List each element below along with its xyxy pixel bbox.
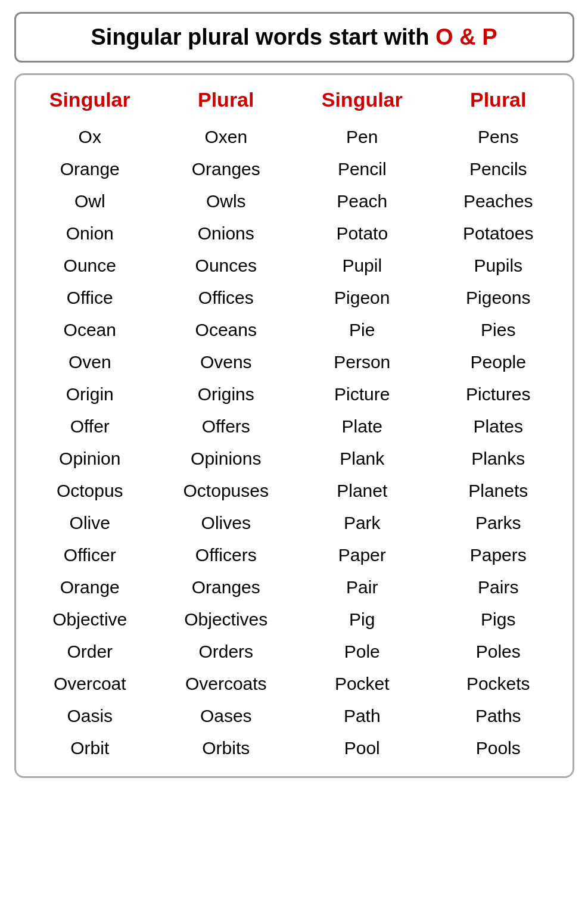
table-cell: Pigeons: [430, 282, 567, 314]
table-cell: Opinion: [22, 443, 158, 475]
table-cell: Octopuses: [158, 475, 294, 507]
table-cell: Olive: [22, 507, 158, 539]
table-row: OasisOasesPathPaths: [22, 700, 567, 732]
table-cell: Plate: [294, 410, 431, 443]
table-cell: Origin: [22, 378, 158, 410]
table-cell: Pairs: [430, 571, 567, 603]
table-cell: Pictures: [430, 378, 567, 410]
table-cell: Owls: [158, 185, 294, 217]
table-cell: Offices: [158, 282, 294, 314]
table-cell: Pigs: [430, 603, 567, 636]
table-cell: Orbit: [22, 732, 158, 764]
table-cell: Olives: [158, 507, 294, 539]
table-cell: Paths: [430, 700, 567, 732]
table-cell: Paper: [294, 539, 431, 571]
table-row: OctopusOctopusesPlanetPlanets: [22, 475, 567, 507]
table-row: OvercoatOvercoatsPocketPockets: [22, 668, 567, 700]
table-cell: Oranges: [158, 153, 294, 185]
table-cell: Pupil: [294, 250, 431, 282]
table-cell: Orange: [22, 571, 158, 603]
header-plural-2: Plural: [430, 81, 567, 121]
table-cell: Pupils: [430, 250, 567, 282]
table-row: OfferOffersPlatePlates: [22, 410, 567, 443]
header-singular-2: Singular: [294, 81, 431, 121]
table-cell: Pencils: [430, 153, 567, 185]
header-plural-1: Plural: [158, 81, 294, 121]
table-cell: Oasis: [22, 700, 158, 732]
table-row: OceanOceansPiePies: [22, 314, 567, 346]
table-cell: Oranges: [158, 571, 294, 603]
table-cell: Owl: [22, 185, 158, 217]
table-row: OrderOrdersPolePoles: [22, 636, 567, 668]
table-cell: People: [430, 346, 567, 378]
table-cell: Pen: [294, 121, 431, 153]
table-row: OpinionOpinionsPlankPlanks: [22, 443, 567, 475]
word-table: Singular Plural Singular Plural OxOxenPe…: [22, 81, 567, 764]
table-row: OliveOlivesParkParks: [22, 507, 567, 539]
table-cell: Person: [294, 346, 431, 378]
table-cell: Officers: [158, 539, 294, 571]
table-cell: Poles: [430, 636, 567, 668]
table-cell: Pocket: [294, 668, 431, 700]
table-cell: Pies: [430, 314, 567, 346]
table-cell: Pie: [294, 314, 431, 346]
table-cell: Ox: [22, 121, 158, 153]
table-row: OunceOuncesPupilPupils: [22, 250, 567, 282]
table-cell: Oases: [158, 700, 294, 732]
main-table-container: Singular Plural Singular Plural OxOxenPe…: [14, 73, 574, 778]
title-highlight: O & P: [435, 24, 497, 49]
table-cell: Ocean: [22, 314, 158, 346]
table-cell: Ovens: [158, 346, 294, 378]
table-cell: Planets: [430, 475, 567, 507]
table-cell: Pair: [294, 571, 431, 603]
table-cell: Oxen: [158, 121, 294, 153]
table-cell: Orange: [22, 153, 158, 185]
table-cell: Pools: [430, 732, 567, 764]
table-cell: Pole: [294, 636, 431, 668]
table-cell: Plates: [430, 410, 567, 443]
table-cell: Oceans: [158, 314, 294, 346]
table-cell: Pig: [294, 603, 431, 636]
table-cell: Overcoat: [22, 668, 158, 700]
table-cell: Oven: [22, 346, 158, 378]
table-cell: Planet: [294, 475, 431, 507]
table-cell: Parks: [430, 507, 567, 539]
title-main: Singular plural words start with: [91, 24, 436, 49]
table-cell: Onions: [158, 217, 294, 250]
table-cell: Potato: [294, 217, 431, 250]
table-cell: Ounce: [22, 250, 158, 282]
table-row: OfficerOfficersPaperPapers: [22, 539, 567, 571]
table-cell: Octopus: [22, 475, 158, 507]
table-cell: Planks: [430, 443, 567, 475]
table-cell: Orders: [158, 636, 294, 668]
table-row: OrangeOrangesPencilPencils: [22, 153, 567, 185]
table-cell: Picture: [294, 378, 431, 410]
table-cell: Objective: [22, 603, 158, 636]
table-cell: Peach: [294, 185, 431, 217]
table-cell: Opinions: [158, 443, 294, 475]
table-cell: Plank: [294, 443, 431, 475]
table-row: OfficeOfficesPigeonPigeons: [22, 282, 567, 314]
table-cell: Objectives: [158, 603, 294, 636]
title-box: Singular plural words start with O & P: [14, 12, 574, 63]
table-cell: Offers: [158, 410, 294, 443]
table-row: OvenOvensPersonPeople: [22, 346, 567, 378]
table-cell: Origins: [158, 378, 294, 410]
table-cell: Pool: [294, 732, 431, 764]
table-row: OrangeOrangesPairPairs: [22, 571, 567, 603]
table-cell: Overcoats: [158, 668, 294, 700]
title-text: Singular plural words start with O & P: [91, 24, 497, 49]
table-row: OxOxenPenPens: [22, 121, 567, 153]
table-cell: Park: [294, 507, 431, 539]
table-row: OrbitOrbitsPoolPools: [22, 732, 567, 764]
table-cell: Pencil: [294, 153, 431, 185]
table-cell: Orbits: [158, 732, 294, 764]
header-row: Singular Plural Singular Plural: [22, 81, 567, 121]
table-cell: Pigeon: [294, 282, 431, 314]
table-cell: Offer: [22, 410, 158, 443]
table-row: OwlOwlsPeachPeaches: [22, 185, 567, 217]
table-row: OnionOnionsPotatoPotatoes: [22, 217, 567, 250]
table-row: ObjectiveObjectivesPigPigs: [22, 603, 567, 636]
table-cell: Officer: [22, 539, 158, 571]
table-cell: Ounces: [158, 250, 294, 282]
